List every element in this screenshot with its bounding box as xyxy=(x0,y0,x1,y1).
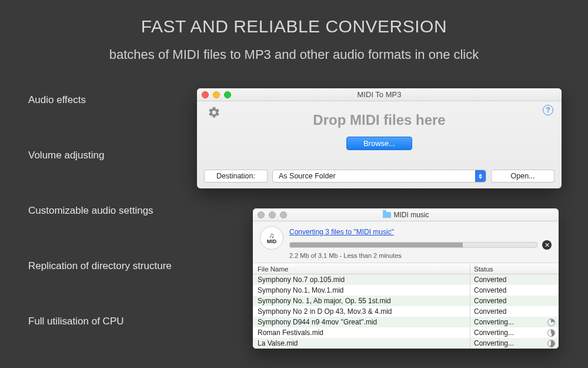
cell-status: Converting... xyxy=(470,338,559,349)
gear-icon[interactable] xyxy=(208,106,220,121)
close-icon[interactable] xyxy=(202,91,209,98)
progress-status: 2.2 Mb of 3.1 Mb - Less than 2 minutes xyxy=(289,252,552,259)
maximize-icon[interactable] xyxy=(280,211,287,218)
cell-status: Converted xyxy=(470,285,559,296)
table-row[interactable]: Symphony No 2 in D Op 43, Mov.3 & 4.midC… xyxy=(253,306,559,317)
feature-list: Audio effects Volume adjusting Customiza… xyxy=(28,94,172,327)
conversion-link[interactable]: Converting 3 files to "MIDI music" xyxy=(289,228,394,236)
cancel-icon[interactable]: ✕ xyxy=(542,240,552,250)
window-title: MIDI To MP3 xyxy=(358,90,402,99)
feature-item: Full utilisation of CPU xyxy=(28,316,172,327)
cell-status: Converted xyxy=(470,296,559,306)
close-icon[interactable] xyxy=(258,211,265,218)
browse-button[interactable]: Browse... xyxy=(346,137,412,150)
table-header: File Name Status xyxy=(253,263,559,274)
cell-filename: La Valse.mid xyxy=(253,338,470,349)
cell-status: Converting... xyxy=(470,327,559,338)
feature-item: Volume adjusting xyxy=(28,150,172,161)
table-row[interactable]: Symphony No.1, Mov.1.midConverted xyxy=(253,285,559,296)
table-row[interactable]: Roman Festivals.midConverting... xyxy=(253,327,559,338)
traffic-lights xyxy=(258,211,287,218)
window-titlebar[interactable]: MIDI To MP3 xyxy=(197,88,562,101)
window-title: MIDI music xyxy=(394,208,429,221)
traffic-lights xyxy=(202,91,231,98)
headline: FAST AND RELIABLE CONVERSION xyxy=(0,0,588,37)
open-button[interactable]: Open... xyxy=(491,170,554,183)
destination-select[interactable]: As Source Folder xyxy=(272,170,486,183)
minimize-icon[interactable] xyxy=(213,91,220,98)
table-row[interactable]: Symphony No. 1, Ab major, Op. 55 1st.mid… xyxy=(253,296,559,306)
cell-filename: Symphony No. 1, Ab major, Op. 55 1st.mid xyxy=(253,296,470,306)
table-row[interactable]: Symphony D944 n9 4mov ''Great''.midConve… xyxy=(253,317,559,327)
destination-value: As Source Folder xyxy=(279,172,336,180)
progress-pie-icon xyxy=(547,329,555,337)
cell-filename: Symphony D944 n9 4mov ''Great''.mid xyxy=(253,317,470,327)
table-row[interactable]: La Valse.midConverting... xyxy=(253,338,559,349)
chevron-updown-icon xyxy=(475,170,486,182)
table-row[interactable]: Symphony No.7 op.105.midConverted xyxy=(253,274,559,285)
cell-filename: Roman Festivals.mid xyxy=(253,327,470,338)
window-titlebar[interactable]: MIDI music xyxy=(253,208,559,221)
progress-pie-icon xyxy=(547,319,555,326)
cell-filename: Symphony No 2 in D Op 43, Mov.3 & 4.mid xyxy=(253,306,470,317)
column-status[interactable]: Status xyxy=(470,263,559,274)
cell-status: Converted xyxy=(470,274,559,285)
feature-item: Replication of directory structure xyxy=(28,260,172,272)
progress-pie-icon xyxy=(547,340,555,347)
progress-window: MIDI music ♫ MID Converting 3 files to "… xyxy=(253,208,559,349)
cell-filename: Symphony No.7 op.105.mid xyxy=(253,274,470,285)
feature-item: Customizable audio settings xyxy=(28,205,172,217)
cell-status: Converting... xyxy=(470,317,559,327)
minimize-icon[interactable] xyxy=(269,211,276,218)
converter-window: MIDI To MP3 ? Drop MIDI files here Brows… xyxy=(197,88,562,188)
column-filename[interactable]: File Name xyxy=(253,263,470,274)
midi-badge-icon: ♫ MID xyxy=(260,226,283,250)
table-body: Symphony No.7 op.105.midConvertedSymphon… xyxy=(253,274,559,349)
cell-filename: Symphony No.1, Mov.1.mid xyxy=(253,285,470,296)
drop-zone-label: Drop MIDI files here xyxy=(197,101,562,128)
folder-icon xyxy=(383,212,391,218)
maximize-icon[interactable] xyxy=(224,91,231,98)
cell-status: Converted xyxy=(470,306,559,317)
subhead: batches of MIDI files to MP3 and other a… xyxy=(0,37,588,62)
help-icon[interactable]: ? xyxy=(543,105,553,115)
progress-bar xyxy=(289,242,537,248)
feature-item: Audio effects xyxy=(28,94,172,106)
progress-bar-fill xyxy=(290,243,463,247)
destination-label-button[interactable]: Destination: xyxy=(204,170,268,183)
